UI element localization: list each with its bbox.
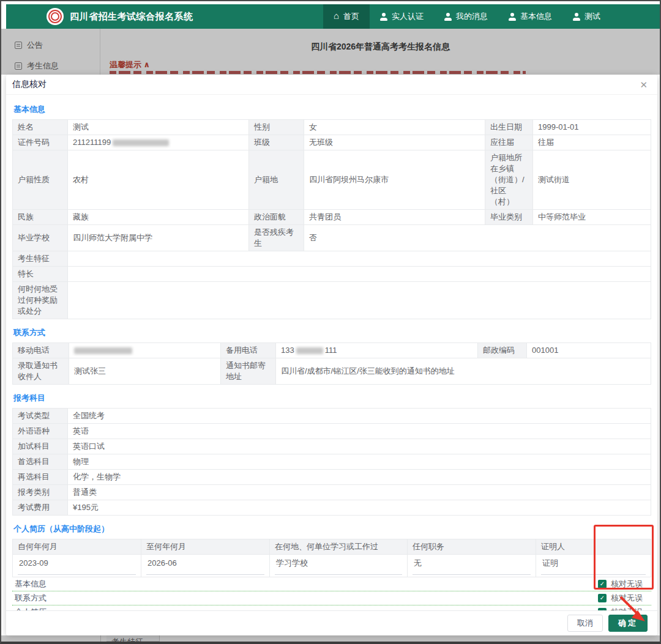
table-row: 首选科目物理 bbox=[13, 454, 651, 470]
dialog-title: 信息核对 bbox=[12, 79, 47, 90]
nav-item-home[interactable]: 首页 bbox=[323, 4, 370, 29]
dialog-footer: 取消 确定 bbox=[6, 610, 657, 635]
table-divider bbox=[159, 635, 160, 642]
table-row: 何时何地受过何种奖励或处分 bbox=[13, 282, 651, 319]
table-row: 证件号码 211211199 班级 无班级 应往届 往届 bbox=[13, 135, 651, 150]
checkbox-label: 核对无误 bbox=[611, 593, 643, 604]
sidebar-divider bbox=[100, 635, 101, 642]
dialog-body: 基本信息 姓名 测试 性别 女 出生日期 1999-01-01 证件号码 211… bbox=[6, 104, 657, 635]
seal-icon bbox=[48, 10, 62, 23]
nav-label: 测试 bbox=[584, 11, 600, 22]
resume-to-field: 2026-06 bbox=[146, 557, 264, 575]
table-row: 毕业学校 四川师范大学附属中学 是否残疾考生 否 bbox=[13, 225, 651, 251]
resume-witness-field: 证明 bbox=[541, 557, 646, 575]
top-nav: 首页 实人认证 我的消息 基本信息 测试 bbox=[323, 4, 611, 29]
dialog-header: 信息核对 ✕ bbox=[6, 75, 657, 95]
redacted-id-number bbox=[113, 139, 169, 146]
section-heading-subjects: 报考科目 bbox=[13, 393, 650, 404]
home-icon bbox=[334, 12, 339, 21]
checkbox-contact-checked[interactable] bbox=[598, 594, 607, 602]
app-title: 四川省招生考试综合报名系统 bbox=[70, 11, 193, 23]
table-row: 移动电话 备用电话 133111 邮政编码 001001 bbox=[13, 343, 651, 358]
cancel-button[interactable]: 取消 bbox=[567, 615, 603, 632]
clipped-notice-text bbox=[110, 71, 526, 74]
close-icon[interactable]: ✕ bbox=[640, 80, 648, 89]
page-title: 四川省2026年普通高考考生报名信息 bbox=[101, 42, 660, 53]
id-number-visible: 211211199 bbox=[73, 138, 111, 147]
nav-label: 首页 bbox=[343, 11, 359, 22]
table-row: 2023-09 2026-06 学习学校 无 证明 bbox=[13, 555, 651, 577]
app-window: 四川省招生考试综合报名系统 首页 实人认证 我的消息 基本信息 测试 bbox=[0, 0, 661, 644]
table-row: 考生特征 bbox=[13, 251, 651, 267]
contact-table: 移动电话 备用电话 133111 邮政编码 001001 录取通知书收件人 测试… bbox=[12, 342, 651, 385]
sidebar-item-label: 考生信息 bbox=[27, 61, 59, 72]
table-row: 考试费用¥195元 bbox=[13, 500, 651, 516]
table-row: 特长 bbox=[13, 267, 651, 282]
table-row: 外语语种英语 bbox=[13, 424, 651, 439]
info-check-dialog: 信息核对 ✕ 基本信息 姓名 测试 性别 女 出生日期 1999-01-01 证… bbox=[6, 75, 657, 635]
nav-label: 我的消息 bbox=[456, 11, 488, 22]
table-row: 录取通知书收件人 测试张三 通知书邮寄地址 四川省/成都市/锦江区/张三能收到的… bbox=[13, 358, 651, 385]
section-heading-resume: 个人简历（从高中阶段起） bbox=[13, 524, 650, 535]
nav-item-messages[interactable]: 我的消息 bbox=[434, 4, 498, 29]
background-page-main: 四川省2026年普通高考考生报名信息 温馨提示 ∧ bbox=[101, 29, 660, 75]
checkbox-label: 核对无误 bbox=[611, 579, 643, 590]
person-icon bbox=[380, 13, 387, 21]
person-icon bbox=[573, 13, 580, 21]
subjects-table: 考试类型全国统考 外语语种英语 加试科目英语口试 首选科目物理 再选科目化学，生… bbox=[12, 408, 651, 516]
checkbox-basic-checked[interactable] bbox=[598, 580, 607, 588]
confirm-button[interactable]: 确定 bbox=[608, 615, 648, 632]
app-header: 四川省招生考试综合报名系统 首页 实人认证 我的消息 基本信息 测试 bbox=[6, 4, 660, 29]
table-row: 报考类别普通类 bbox=[13, 485, 651, 500]
sidebar-item-label: 公告 bbox=[27, 40, 43, 51]
person-icon bbox=[509, 13, 516, 21]
background-table-cell: 考生特征 bbox=[106, 635, 159, 642]
resume-position-field: 无 bbox=[413, 557, 531, 575]
basic-info-table: 姓名 测试 性别 女 出生日期 1999-01-01 证件号码 21121119… bbox=[12, 119, 651, 319]
nav-label: 基本信息 bbox=[520, 11, 552, 22]
resume-from-field: 2023-09 bbox=[18, 557, 136, 575]
section-heading-contact: 联系方式 bbox=[13, 327, 650, 338]
table-row: 再选科目化学，生物学 bbox=[13, 470, 651, 485]
nav-label: 实人认证 bbox=[392, 11, 424, 22]
background-page-top: 公告 考生信息 四川省2026年普通高考考生报名信息 温馨提示 ∧ bbox=[1, 29, 660, 75]
announcement-icon bbox=[15, 42, 22, 49]
table-row: 姓名 测试 性别 女 出生日期 1999-01-01 bbox=[13, 120, 651, 135]
section-heading-basic: 基本信息 bbox=[13, 104, 650, 115]
redacted-backup-phone bbox=[296, 347, 323, 354]
checklist-row-basic: 基本信息 核对无误 bbox=[12, 577, 651, 591]
background-page-bottom: 考生特征 bbox=[1, 635, 660, 642]
app-logo bbox=[47, 8, 64, 25]
table-row: 民族 藏族 政治面貌 共青团员 毕业类别 中等师范毕业 bbox=[13, 210, 651, 225]
table-row: 户籍性质 农村 户籍地 四川省阿坝州马尔康市 户籍地所在乡镇（街道）/社区（村）… bbox=[13, 150, 651, 210]
sidebar: 公告 考生信息 bbox=[1, 29, 100, 75]
table-row: 加试科目英语口试 bbox=[13, 439, 651, 454]
checklist-row-contact: 联系方式 核对无误 bbox=[12, 591, 651, 605]
person-icon bbox=[444, 13, 452, 21]
nav-item-identity-verify[interactable]: 实人认证 bbox=[370, 4, 434, 29]
table-row: 考试类型全国统考 bbox=[13, 409, 651, 424]
candidate-info-icon bbox=[15, 62, 22, 70]
sidebar-item-announcements[interactable]: 公告 bbox=[1, 35, 100, 56]
resume-place-field: 学习学校 bbox=[275, 557, 402, 575]
table-header-row: 自何年何月 至何年何月 在何地、何单位学习或工作过 任何职务 证明人 bbox=[13, 539, 651, 555]
resume-table: 自何年何月 至何年何月 在何地、何单位学习或工作过 任何职务 证明人 2023-… bbox=[12, 539, 651, 577]
sidebar-item-candidate-info[interactable]: 考生信息 bbox=[1, 56, 100, 76]
warm-tip-toggle[interactable]: 温馨提示 ∧ bbox=[110, 59, 150, 70]
redacted-mobile-phone bbox=[74, 347, 132, 354]
nav-item-basic-info[interactable]: 基本信息 bbox=[498, 4, 562, 29]
nav-item-test[interactable]: 测试 bbox=[562, 4, 611, 29]
